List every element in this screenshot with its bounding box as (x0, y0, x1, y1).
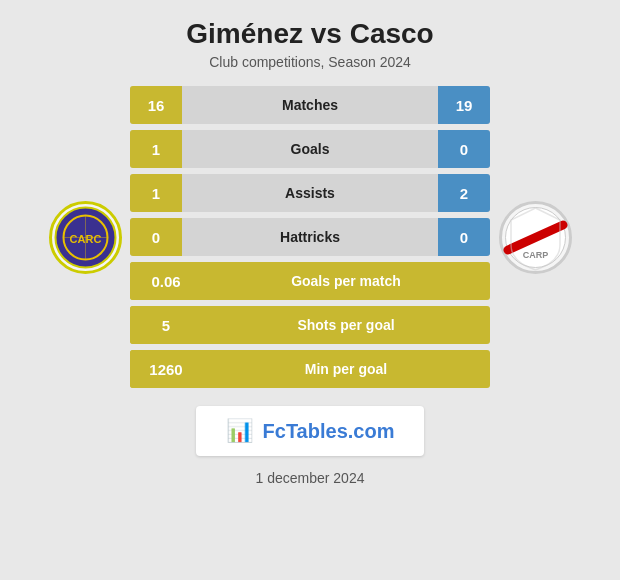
hattricks-right-value: 0 (438, 218, 490, 256)
stat-row-matches: 16 Matches 19 (130, 86, 490, 124)
assists-label: Assists (182, 185, 438, 201)
matches-right-value: 19 (438, 86, 490, 124)
stat-row-hattricks: 0 Hattricks 0 (130, 218, 490, 256)
goals-per-match-value: 0.06 (130, 262, 202, 300)
fctables-icon: 📊 (226, 418, 253, 444)
left-club-logo: CARC (48, 200, 123, 275)
hattricks-left-value: 0 (130, 218, 182, 256)
min-per-goal-label: Min per goal (202, 361, 490, 377)
right-club-area: CARP (490, 200, 580, 275)
assists-left-value: 1 (130, 174, 182, 212)
goals-left-value: 1 (130, 130, 182, 168)
footer-date: 1 december 2024 (256, 470, 365, 486)
matches-label: Matches (182, 97, 438, 113)
page-header: Giménez vs Casco Club competitions, Seas… (186, 0, 433, 76)
main-area: CARC 16 Matches 19 1 Goals 0 1 Assists 2… (0, 86, 620, 388)
assists-right-value: 2 (438, 174, 490, 212)
page-title: Giménez vs Casco (186, 18, 433, 50)
stat-row-shots-per-goal: 5 Shots per goal (130, 306, 490, 344)
matches-left-value: 16 (130, 86, 182, 124)
stat-row-min-per-goal: 1260 Min per goal (130, 350, 490, 388)
hattricks-label: Hattricks (182, 229, 438, 245)
left-club-area: CARC (40, 200, 130, 275)
shots-per-goal-value: 5 (130, 306, 202, 344)
fctables-text: FcTables.com (263, 420, 395, 443)
stats-container: 16 Matches 19 1 Goals 0 1 Assists 2 0 Ha… (130, 86, 490, 388)
goals-right-value: 0 (438, 130, 490, 168)
stat-row-goals-per-match: 0.06 Goals per match (130, 262, 490, 300)
shots-per-goal-label: Shots per goal (202, 317, 490, 333)
right-club-logo: CARP (498, 200, 573, 275)
fctables-tables: Tables.com (286, 420, 395, 442)
svg-text:CARP: CARP (522, 250, 548, 260)
goals-per-match-label: Goals per match (202, 273, 490, 289)
page-subtitle: Club competitions, Season 2024 (186, 54, 433, 70)
fctables-fc: Fc (263, 420, 286, 442)
min-per-goal-value: 1260 (130, 350, 202, 388)
fctables-banner: 📊 FcTables.com (196, 406, 425, 456)
goals-label: Goals (182, 141, 438, 157)
stat-row-assists: 1 Assists 2 (130, 174, 490, 212)
stat-row-goals: 1 Goals 0 (130, 130, 490, 168)
